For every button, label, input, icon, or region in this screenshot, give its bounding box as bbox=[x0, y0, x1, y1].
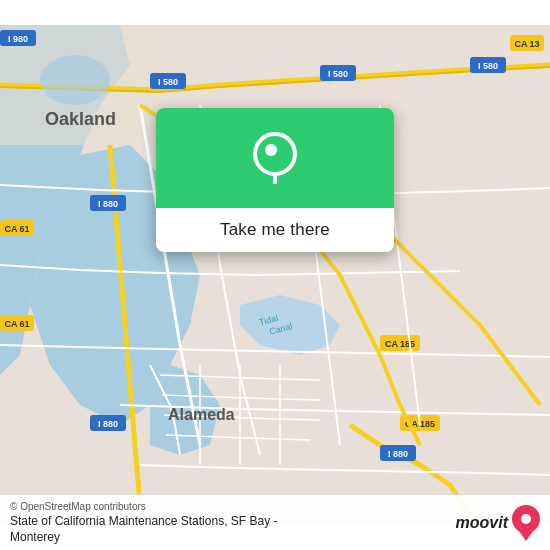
moovit-text: moovit bbox=[456, 514, 508, 532]
footer: © OpenStreetMap contributors State of Ca… bbox=[0, 494, 550, 550]
svg-text:I 880: I 880 bbox=[98, 199, 118, 209]
svg-text:I 880: I 880 bbox=[98, 419, 118, 429]
location-pin-icon bbox=[253, 132, 297, 184]
footer-title: State of California Maintenance Stations… bbox=[10, 514, 277, 528]
popup-header bbox=[156, 108, 394, 208]
svg-text:CA 13: CA 13 bbox=[514, 39, 539, 49]
svg-text:I 580: I 580 bbox=[158, 77, 178, 87]
svg-point-30 bbox=[40, 55, 110, 105]
footer-subtitle: Monterey bbox=[10, 530, 277, 544]
map-container: I 580 I 580 I 580 CA 13 I 980 I 880 I 88… bbox=[0, 0, 550, 550]
svg-text:Alameda: Alameda bbox=[168, 406, 235, 423]
svg-text:I 580: I 580 bbox=[478, 61, 498, 71]
take-me-there-button[interactable]: Take me there bbox=[220, 220, 330, 240]
moovit-logo: moovit bbox=[456, 505, 540, 541]
map-background: I 580 I 580 I 580 CA 13 I 980 I 880 I 88… bbox=[0, 0, 550, 550]
popup-card: Take me there bbox=[156, 108, 394, 252]
svg-text:I 580: I 580 bbox=[328, 69, 348, 79]
osm-credit: © OpenStreetMap contributors bbox=[10, 501, 277, 512]
svg-text:CA 61: CA 61 bbox=[4, 224, 29, 234]
svg-text:Oakland: Oakland bbox=[45, 109, 116, 129]
svg-text:CA 61: CA 61 bbox=[4, 319, 29, 329]
svg-text:I 980: I 980 bbox=[8, 34, 28, 44]
popup-button-area: Take me there bbox=[156, 208, 394, 252]
svg-text:I 880: I 880 bbox=[388, 449, 408, 459]
moovit-pin-icon bbox=[512, 505, 540, 541]
footer-left: © OpenStreetMap contributors State of Ca… bbox=[10, 501, 277, 544]
